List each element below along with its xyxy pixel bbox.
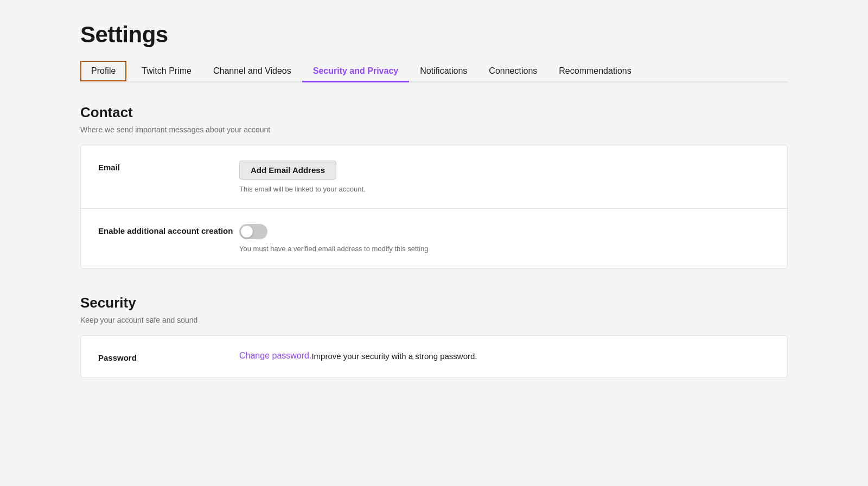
additional-account-description: You must have a verified email address t…: [239, 245, 770, 253]
tabs-navigation: Profile Twitch Prime Channel and Videos …: [80, 61, 788, 82]
email-label: Email: [98, 161, 239, 172]
tab-channel-and-videos[interactable]: Channel and Videos: [202, 61, 302, 81]
password-row: Password Change password. Improve your s…: [81, 336, 787, 378]
security-section: Security Keep your account safe and soun…: [80, 295, 788, 378]
security-section-title: Security: [80, 295, 788, 311]
security-section-subtitle: Keep your account safe and sound: [80, 316, 788, 324]
page-title: Settings: [80, 22, 788, 48]
tab-profile[interactable]: Profile: [80, 61, 126, 81]
toggle-thumb: [241, 226, 253, 238]
tab-security-and-privacy[interactable]: Security and Privacy: [302, 61, 409, 81]
add-email-button[interactable]: Add Email Address: [239, 161, 336, 180]
tab-twitch-prime[interactable]: Twitch Prime: [131, 61, 202, 81]
email-row: Email Add Email Address This email will …: [81, 145, 787, 209]
password-content: Change password. Improve your security w…: [239, 351, 770, 361]
contact-card: Email Add Email Address This email will …: [80, 145, 788, 268]
change-password-link[interactable]: Change password.: [239, 351, 311, 361]
tab-recommendations[interactable]: Recommendations: [548, 61, 642, 81]
toggle-wrapper: [239, 224, 770, 239]
contact-section: Contact Where we send important messages…: [80, 104, 788, 268]
additional-account-toggle[interactable]: [239, 224, 267, 239]
additional-account-content: You must have a verified email address t…: [239, 224, 770, 253]
tab-connections[interactable]: Connections: [478, 61, 548, 81]
contact-section-title: Contact: [80, 104, 788, 121]
tab-notifications[interactable]: Notifications: [409, 61, 478, 81]
additional-account-row: Enable additional account creation You m…: [81, 209, 787, 268]
email-content: Add Email Address This email will be lin…: [239, 161, 770, 193]
password-label: Password: [98, 351, 239, 362]
additional-account-label: Enable additional account creation: [98, 224, 239, 235]
password-description: Improve your security with a strong pass…: [311, 351, 477, 361]
page-container: Settings Profile Twitch Prime Channel an…: [54, 0, 814, 426]
contact-section-subtitle: Where we send important messages about y…: [80, 125, 788, 134]
password-row-text: Change password. Improve your security w…: [239, 351, 770, 361]
security-card: Password Change password. Improve your s…: [80, 335, 788, 378]
email-description: This email will be linked to your accoun…: [239, 185, 770, 193]
